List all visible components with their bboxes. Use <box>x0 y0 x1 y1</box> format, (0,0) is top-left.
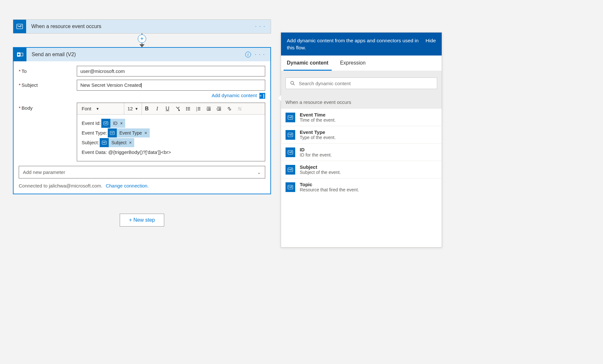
add-dynamic-content-link[interactable]: Add dynamic content <box>212 93 257 98</box>
outdent-button[interactable] <box>204 103 214 114</box>
trigger-card[interactable]: When a resource event occurs · · · <box>13 19 271 34</box>
add-dynamic-badge-icon[interactable]: +❙ <box>259 93 265 99</box>
event-grid-icon <box>101 119 110 128</box>
rich-text-editor: Font▼ 12▼ B I U <box>77 103 265 161</box>
body-row: *Body Font▼ 12▼ B I U <box>19 103 265 161</box>
rte-toolbar: Font▼ 12▼ B I U <box>77 103 265 115</box>
event-grid-icon <box>100 138 109 147</box>
token-subject[interactable]: Subject × <box>100 138 134 147</box>
event-grid-icon <box>286 182 295 192</box>
token-event-type[interactable]: Event Type × <box>108 128 150 137</box>
search-input[interactable] <box>296 81 433 86</box>
svg-point-8 <box>186 108 187 109</box>
panel-header: Add dynamic content from the apps and co… <box>281 33 442 56</box>
dyn-item-subject[interactable]: Subject Subject of the event. <box>281 161 442 178</box>
search-icon <box>290 80 296 86</box>
to-label: To <box>22 68 27 74</box>
token-remove-icon[interactable]: × <box>129 138 134 147</box>
event-grid-icon <box>286 165 295 175</box>
action-header[interactable]: Send an email (V2) i · · · <box>14 48 270 61</box>
italic-button[interactable]: I <box>152 103 163 114</box>
link-button[interactable] <box>225 103 235 114</box>
body-line4: Event Data: @{triggerBody()?['data']}<br… <box>82 147 260 157</box>
to-row: *To <box>19 66 265 76</box>
outlook-icon <box>14 48 26 61</box>
token-id[interactable]: ID × <box>101 119 125 128</box>
svg-point-9 <box>186 110 187 110</box>
action-body: *To *Subject New Secret Version Created … <box>14 61 270 194</box>
add-dynamic-row: Add dynamic content +❙ <box>19 91 265 103</box>
trigger-header[interactable]: When a resource event occurs · · · <box>13 20 271 33</box>
tab-expression[interactable]: Expression <box>337 56 369 71</box>
connector: + <box>138 33 146 47</box>
chevron-down-icon: ⌄ <box>257 170 261 175</box>
dyn-item-id[interactable]: ID ID for the event. <box>281 144 442 161</box>
trigger-menu-button[interactable]: · · · <box>255 24 266 29</box>
dynamic-content-panel: Add dynamic content from the apps and co… <box>281 32 442 248</box>
body-label: Body <box>22 105 33 111</box>
panel-pointer-icon <box>278 95 281 101</box>
search-box[interactable] <box>286 77 437 89</box>
flow-designer-workspace: When a resource event occurs · · · + Sen… <box>13 13 590 248</box>
rte-content[interactable]: Event Id: ID × Event Type: <box>77 115 265 161</box>
info-icon[interactable]: i <box>245 52 251 57</box>
action-menu-button[interactable]: · · · <box>255 52 265 57</box>
dyn-item-topic[interactable]: Topic Resource that fired the event. <box>281 178 442 196</box>
token-remove-icon[interactable]: × <box>120 119 125 128</box>
tab-dynamic-content[interactable]: Dynamic content <box>284 56 332 71</box>
number-list-button[interactable]: 123 <box>194 103 204 114</box>
event-grid-icon <box>108 128 117 137</box>
subject-label: Subject <box>22 82 38 88</box>
panel-tabs: Dynamic content Expression <box>281 56 442 71</box>
new-step-button[interactable]: + New step <box>120 214 164 227</box>
subject-row: *Subject New Secret Version Created <box>19 80 265 91</box>
svg-point-7 <box>186 107 187 108</box>
body-line1-label: Event Id: <box>82 118 101 128</box>
underline-button[interactable]: U <box>163 103 173 114</box>
to-input[interactable] <box>77 66 265 76</box>
action-title: Send an email (V2) <box>26 52 245 57</box>
indent-button[interactable] <box>214 103 225 114</box>
event-grid-icon <box>286 113 295 122</box>
insert-step-button[interactable]: + <box>138 35 146 43</box>
token-remove-icon[interactable]: × <box>145 128 150 137</box>
flow-column: When a resource event occurs · · · + Sen… <box>13 19 271 227</box>
subject-input[interactable]: New Secret Version Created <box>77 80 265 91</box>
body-line2-label: Event Type: <box>82 128 107 138</box>
section-title: When a resource event occurs <box>281 96 442 109</box>
trigger-title: When a resource event occurs <box>26 24 255 29</box>
font-size-selector[interactable]: 12▼ <box>124 103 142 114</box>
event-grid-icon <box>286 147 295 157</box>
dyn-item-event-time[interactable]: Event Time Time of the event. <box>281 109 442 126</box>
hide-panel-button[interactable]: Hide <box>426 37 436 44</box>
body-line3-label: Subject: <box>82 138 99 147</box>
dyn-item-event-type[interactable]: Event Type Type of the event. <box>281 126 442 144</box>
svg-point-6 <box>178 110 180 111</box>
event-grid-icon <box>286 130 295 140</box>
bullet-list-button[interactable] <box>183 103 194 114</box>
bold-button[interactable]: B <box>142 103 152 114</box>
add-parameter-dropdown[interactable]: Add new parameter ⌄ <box>19 166 265 178</box>
font-selector[interactable]: Font▼ <box>79 103 124 114</box>
svg-text:3: 3 <box>196 110 197 111</box>
change-connection-link[interactable]: Change connection. <box>106 183 149 188</box>
unlink-button <box>235 103 245 114</box>
font-color-button[interactable] <box>173 103 183 114</box>
connection-info: Connected to jalichwa@microsoft.com. Cha… <box>19 183 265 188</box>
event-grid-icon <box>13 20 26 33</box>
search-section <box>281 71 442 96</box>
action-card: Send an email (V2) i · · · *To *Subject <box>13 47 271 194</box>
